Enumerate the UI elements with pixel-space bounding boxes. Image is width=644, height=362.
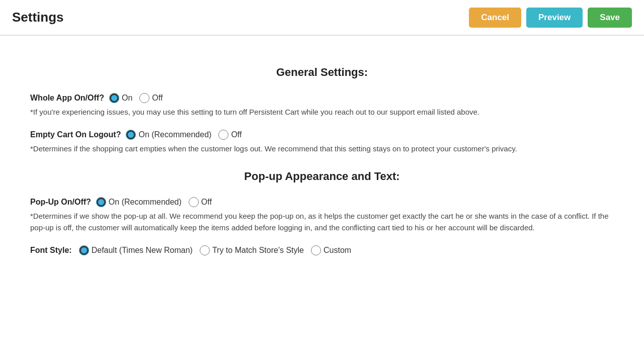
font-custom-label: Custom	[324, 246, 351, 255]
font-match-label: Try to Match Store's Style	[212, 246, 304, 255]
header: Settings Cancel Preview Save	[0, 0, 644, 35]
general-settings-title: General Settings:	[30, 66, 614, 79]
whole-app-note: *If you're experiencing issues, you may …	[30, 106, 614, 118]
popup-settings-title: Pop-up Appearance and Text:	[30, 170, 614, 183]
main-content: General Settings: Whole App On/Off? On O…	[0, 36, 644, 362]
popup-off-option[interactable]: Off	[189, 197, 212, 207]
empty-cart-on-option[interactable]: On (Recommended)	[126, 130, 211, 140]
font-match-option[interactable]: Try to Match Store's Style	[200, 245, 304, 255]
popup-onoff-setting: Pop-Up On/Off? On (Recommended) Off *Det…	[30, 197, 614, 234]
empty-cart-on-label: On (Recommended)	[138, 130, 211, 139]
whole-app-on-label: On	[122, 94, 132, 103]
popup-settings-section: Pop-up Appearance and Text: Pop-Up On/Of…	[30, 170, 614, 256]
empty-cart-off-radio[interactable]	[218, 130, 228, 140]
popup-onoff-radio-group: On (Recommended) Off	[96, 197, 212, 207]
empty-cart-label: Empty Cart On Logout?	[30, 130, 121, 139]
general-settings-section: General Settings: Whole App On/Off? On O…	[30, 66, 614, 155]
empty-cart-setting: Empty Cart On Logout? On (Recommended) O…	[30, 130, 614, 154]
header-buttons: Cancel Preview Save	[469, 8, 632, 28]
whole-app-label: Whole App On/Off?	[30, 94, 104, 103]
popup-off-label: Off	[201, 198, 212, 207]
empty-cart-note: *Determines if the shopping cart empties…	[30, 143, 614, 154]
whole-app-off-radio[interactable]	[139, 93, 149, 103]
empty-cart-off-label: Off	[231, 130, 242, 139]
preview-button[interactable]: Preview	[526, 8, 583, 28]
whole-app-radio-group: On Off	[109, 93, 163, 103]
whole-app-on-option[interactable]: On	[109, 93, 132, 103]
whole-app-label-row: Whole App On/Off? On Off	[30, 93, 614, 103]
whole-app-on-radio[interactable]	[109, 93, 119, 103]
page-title: Settings	[12, 10, 64, 25]
font-custom-option[interactable]: Custom	[311, 245, 351, 255]
font-default-label: Default (Times New Roman)	[92, 246, 193, 255]
font-custom-radio[interactable]	[311, 245, 321, 255]
popup-on-label: On (Recommended)	[109, 198, 182, 207]
save-button[interactable]: Save	[588, 8, 632, 28]
popup-onoff-note: *Determines if we show the pop-up at all…	[30, 210, 614, 234]
whole-app-off-option[interactable]: Off	[139, 93, 163, 103]
empty-cart-off-option[interactable]: Off	[218, 130, 242, 140]
font-default-option[interactable]: Default (Times New Roman)	[79, 245, 193, 255]
font-default-radio[interactable]	[79, 245, 89, 255]
empty-cart-radio-group: On (Recommended) Off	[126, 130, 242, 140]
cancel-button[interactable]: Cancel	[469, 8, 521, 28]
font-style-label: Font Style:	[30, 246, 72, 255]
whole-app-off-label: Off	[152, 94, 163, 103]
popup-on-option[interactable]: On (Recommended)	[96, 197, 182, 207]
popup-onoff-label-row: Pop-Up On/Off? On (Recommended) Off	[30, 197, 614, 207]
popup-on-radio[interactable]	[96, 197, 106, 207]
popup-onoff-label: Pop-Up On/Off?	[30, 198, 91, 207]
font-style-label-row: Font Style: Default (Times New Roman) Tr…	[30, 245, 614, 255]
popup-off-radio[interactable]	[189, 197, 199, 207]
empty-cart-label-row: Empty Cart On Logout? On (Recommended) O…	[30, 130, 614, 140]
empty-cart-on-radio[interactable]	[126, 130, 136, 140]
font-match-radio[interactable]	[200, 245, 210, 255]
font-style-setting: Font Style: Default (Times New Roman) Tr…	[30, 245, 614, 255]
whole-app-setting: Whole App On/Off? On Off *If you're expe…	[30, 93, 614, 118]
